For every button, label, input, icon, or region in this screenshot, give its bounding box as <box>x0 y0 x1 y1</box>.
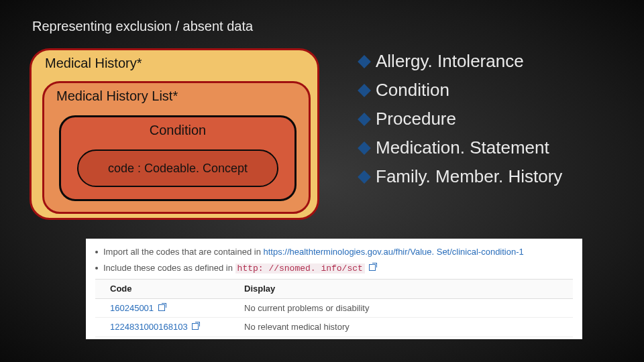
th-display: Display <box>229 280 573 299</box>
rule-include-codesystem[interactable]: http: //snomed. info/sct <box>235 263 365 274</box>
bullet-text: Procedure <box>376 109 456 129</box>
bullet-procedure: Procedure <box>360 109 628 129</box>
th-code: Code <box>95 280 229 299</box>
bullet-text: Condition <box>376 80 449 101</box>
code-link[interactable]: 1224831000168103 <box>110 322 188 332</box>
bullet-condition: Condition <box>360 80 628 101</box>
label-condition: Condition <box>61 123 294 138</box>
bullet-list: Allergy. Intolerance Condition Procedure… <box>360 51 628 195</box>
code-link[interactable]: 160245001 <box>110 303 154 313</box>
codes-table: Code Display 160245001 No current proble… <box>95 279 573 337</box>
box-medical-history: Medical History* Medical History List* C… <box>30 48 319 220</box>
box-condition: Condition code : Codeable. Concept <box>59 115 297 201</box>
external-link-icon <box>192 323 199 330</box>
diamond-icon <box>358 141 371 155</box>
diamond-icon <box>358 84 371 97</box>
bullet-allergy-intolerance: Allergy. Intolerance <box>360 51 628 72</box>
pill-code-codeableconcept: code : Codeable. Concept <box>77 149 278 187</box>
external-link-icon <box>158 304 165 311</box>
rule-include: Include these codes as defined in http: … <box>95 261 573 276</box>
bullet-dot-icon <box>95 251 98 253</box>
display-text: No current problems or disability <box>229 298 573 318</box>
diamond-icon <box>358 113 371 126</box>
slide-title: Representing exclusion / absent data <box>32 19 253 34</box>
rule-import-text: Import all the codes that are contained … <box>103 247 263 257</box>
diamond-icon <box>358 170 371 184</box>
rule-import-url[interactable]: https://healthterminologies.gov.au/fhir/… <box>263 247 523 257</box>
table-row: 1224831000168103 No relevant medical his… <box>95 318 573 337</box>
label-medical-history: Medical History* <box>45 56 142 71</box>
box-medical-history-list: Medical History List* Condition code : C… <box>42 81 311 214</box>
rule-import: Import all the codes that are contained … <box>95 245 573 259</box>
label-medical-history-list: Medical History List* <box>56 88 178 104</box>
external-link-icon <box>369 264 376 271</box>
display-text: No relevant medical history <box>229 318 573 337</box>
bullet-dot-icon <box>95 267 98 269</box>
bullet-family-member-history: Family. Member. History <box>360 166 628 187</box>
bullet-text: Family. Member. History <box>376 166 562 187</box>
rule-include-text: Include these codes as defined in <box>103 263 235 273</box>
valueset-rules-panel: Import all the codes that are contained … <box>86 239 582 339</box>
bullet-text: Allergy. Intolerance <box>376 51 524 72</box>
bullet-medication-statement: Medication. Statement <box>360 137 628 158</box>
bullet-text: Medication. Statement <box>376 137 549 158</box>
nesting-diagram: Medical History* Medical History List* C… <box>30 48 319 220</box>
diamond-icon <box>358 55 371 68</box>
table-row: 160245001 No current problems or disabil… <box>95 298 573 318</box>
